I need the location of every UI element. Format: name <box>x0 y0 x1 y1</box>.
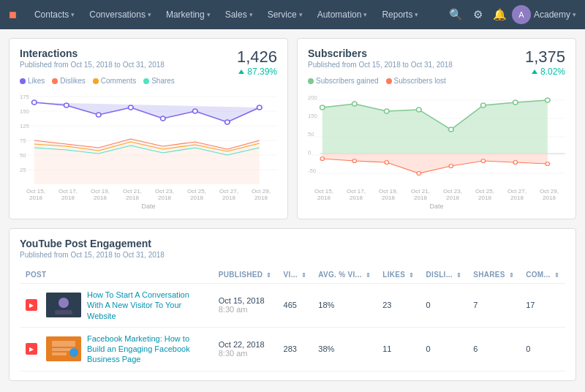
svg-point-37 <box>385 109 390 113</box>
interactions-change: 87.39% <box>237 67 277 77</box>
col-avg-views: AVG. % VI... ⇕ <box>312 266 377 284</box>
chevron-down-icon: ▾ <box>148 11 151 18</box>
shares-cell: 7 <box>467 284 520 328</box>
nav-automation[interactable]: Automation ▾ <box>310 0 375 29</box>
legend-dislikes: Dislikes <box>52 77 85 85</box>
chevron-down-icon: ▾ <box>207 11 211 18</box>
arrow-up-icon <box>238 69 244 74</box>
x-label: Oct 21, 2018 <box>116 188 148 201</box>
svg-point-42 <box>546 98 551 102</box>
svg-point-47 <box>449 165 453 168</box>
dislikes-dot <box>52 78 58 84</box>
x-label: Oct 27, 2018 <box>501 188 533 201</box>
svg-point-46 <box>417 172 421 176</box>
nav-conversations-label: Conversations <box>89 10 146 20</box>
svg-text:150: 150 <box>308 113 317 119</box>
post-title[interactable]: Facebook Marketing: How to Build an Enga… <box>87 333 207 365</box>
gained-label: Subscribers gained <box>316 77 379 85</box>
engagement-table: POST PUBLISHED ⇕ VI... ⇕ AVG. % VI... ⇕ … <box>20 266 565 372</box>
published-cell: Oct 22, 20188:30 am <box>213 327 278 371</box>
svg-rect-57 <box>52 353 67 355</box>
svg-point-40 <box>481 103 486 108</box>
hubspot-logo: ■ <box>9 7 17 23</box>
sort-icon: ⇕ <box>301 272 306 279</box>
settings-icon[interactable]: ⚙ <box>468 0 488 29</box>
search-icon[interactable]: 🔍 <box>444 0 468 29</box>
youtube-icon: ▶ <box>26 343 37 355</box>
legend-likes: Likes <box>20 77 45 85</box>
x-label: Oct 25, 2018 <box>181 188 213 201</box>
chevron-down-icon: ▾ <box>573 11 576 18</box>
likes-dot <box>20 78 26 84</box>
charts-row: Interactions Published from Oct 15, 2018… <box>9 38 576 219</box>
svg-point-58 <box>69 348 78 357</box>
nav-sales[interactable]: Sales ▾ <box>218 0 260 29</box>
views-cell: 283 <box>278 327 313 371</box>
interactions-header: Interactions Published from Oct 15, 2018… <box>20 48 277 77</box>
interactions-card: Interactions Published from Oct 15, 2018… <box>9 38 288 219</box>
chevron-down-icon: ▾ <box>299 11 303 18</box>
x-label: Oct 21, 2018 <box>404 188 437 201</box>
x-label: Oct 17, 2018 <box>340 188 372 201</box>
chevron-down-icon: ▾ <box>249 11 253 18</box>
sort-icon: ⇕ <box>266 272 271 279</box>
svg-text:75: 75 <box>20 137 26 144</box>
svg-rect-53 <box>55 310 72 314</box>
engagement-subtitle: Published from Oct 15, 2018 to Oct 31, 2… <box>20 251 565 259</box>
dislikes-cell: 0 <box>420 284 468 328</box>
avg-views-cell: 38% <box>312 327 377 371</box>
post-thumbnail <box>46 336 81 361</box>
post-cell: ▶ Facebook Marketing: How t <box>20 327 213 371</box>
main-content: Interactions Published from Oct 15, 2018… <box>0 29 585 392</box>
x-label: Oct 15, 2018 <box>308 188 340 201</box>
post-cell: ▶ How To Start A Conversation With A New… <box>20 284 213 328</box>
svg-point-44 <box>352 159 357 163</box>
comments-label: Comments <box>101 77 136 85</box>
nav-contacts[interactable]: Contacts ▾ <box>27 0 82 29</box>
subscribers-title: Subscribers <box>308 48 453 59</box>
youtube-icon: ▶ <box>26 299 37 311</box>
chevron-down-icon: ▾ <box>415 11 418 18</box>
dislikes-cell: 0 <box>420 327 468 371</box>
nav-academy[interactable]: Academy ▾ <box>534 10 576 20</box>
svg-point-14 <box>32 100 37 105</box>
subscribers-chart: 200 150 50 0 -50 <box>308 89 565 210</box>
interactions-change-value: 87.39% <box>247 67 277 77</box>
legend-lost: Subscribers lost <box>386 77 446 85</box>
comments-dot <box>93 78 99 84</box>
engagement-card: YouTube Post Engagement Published from O… <box>9 228 576 381</box>
chevron-down-icon: ▾ <box>363 11 367 18</box>
table-row: ▶ Facebook Marketing: How t <box>20 327 565 371</box>
svg-text:125: 125 <box>20 123 29 129</box>
nav-service[interactable]: Service ▾ <box>260 0 310 29</box>
x-label: Oct 27, 2018 <box>213 188 245 201</box>
subscribers-card: Subscribers Published from Oct 15, 2018 … <box>297 38 576 219</box>
table-body: ▶ How To Start A Conversation With A New… <box>20 284 565 372</box>
interactions-x-labels: Oct 15, 2018 Oct 17, 2018 Oct 19, 2018 O… <box>20 186 277 201</box>
interactions-value: 1,426 <box>237 48 277 67</box>
academy-label: Academy <box>534 10 570 20</box>
interactions-x-axis-title: Date <box>20 203 277 210</box>
avatar[interactable]: A <box>512 5 531 24</box>
comments-cell: 17 <box>520 284 565 328</box>
svg-point-49 <box>513 161 518 165</box>
nav-marketing[interactable]: Marketing ▾ <box>159 0 218 29</box>
subscribers-value: 1,375 <box>525 48 565 67</box>
col-published: PUBLISHED ⇕ <box>213 266 278 284</box>
svg-point-52 <box>58 298 69 308</box>
nav-sales-label: Sales <box>225 10 247 20</box>
notifications-icon[interactable]: 🔔 <box>488 0 512 29</box>
nav-automation-label: Automation <box>317 10 362 20</box>
published-cell: Oct 15, 20188:30 am <box>213 284 278 328</box>
svg-point-36 <box>352 102 358 106</box>
col-comments: COM... ⇕ <box>520 266 565 284</box>
x-label: Oct 25, 2018 <box>469 188 501 201</box>
svg-point-45 <box>385 161 389 165</box>
nav-reports[interactable]: Reports ▾ <box>374 0 426 29</box>
svg-point-21 <box>257 105 263 110</box>
svg-text:200: 200 <box>308 94 317 101</box>
post-thumbnail <box>46 293 81 317</box>
col-shares: SHARES ⇕ <box>467 266 520 284</box>
nav-conversations[interactable]: Conversations ▾ <box>82 0 159 29</box>
post-title[interactable]: How To Start A Conversation With A New V… <box>87 290 207 321</box>
